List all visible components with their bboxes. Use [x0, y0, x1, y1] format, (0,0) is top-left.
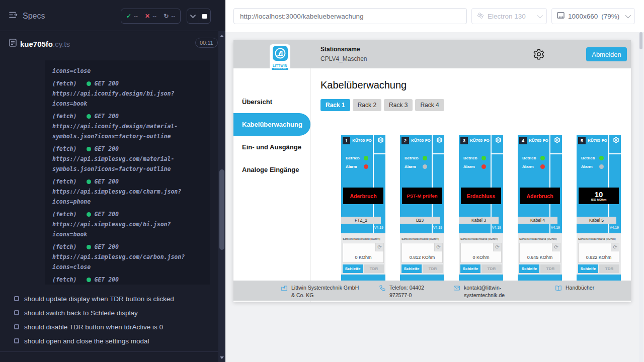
device-gear-button[interactable]: [377, 137, 384, 145]
schleife-button[interactable]: Schleife: [519, 264, 539, 273]
measurement-value: 0 KOhm: [461, 255, 501, 260]
device-number-badge: 5: [578, 137, 586, 144]
device-panel: 5 KÜ705-FO Betrieb Alarm 10: [577, 135, 621, 233]
browser-select[interactable]: Electron 130: [471, 8, 547, 24]
test-state-icon: [14, 338, 19, 343]
schleife-button[interactable]: Schleife: [401, 264, 422, 273]
schleife-button[interactable]: Schleife: [343, 264, 363, 273]
alarm-led: [481, 164, 486, 169]
log-entry[interactable]: (fetch)GET 200 https://api.iconify.desig…: [52, 111, 203, 141]
scrollbar-thumb[interactable]: [219, 169, 224, 250]
stat-passed: ✓--: [126, 13, 138, 20]
device-model: KÜ705-FO: [587, 138, 608, 143]
stop-button[interactable]: [199, 9, 211, 23]
schleife-button[interactable]: Schleife: [460, 264, 480, 273]
runner-header: Specs ✓-- ✕-- ↻--: [0, 0, 218, 31]
nav-ein-und-ausgaenge[interactable]: Ein- und Ausgänge: [233, 136, 310, 158]
nav-analoge-eingaenge[interactable]: Analoge Eingänge: [233, 158, 310, 181]
spec-row[interactable]: kue705fo.cy.ts 00:11: [0, 37, 218, 57]
measurement-value: 0.812 KOhm: [402, 255, 442, 260]
measurement-value: 0.822 KOhm: [579, 255, 619, 260]
cable-name: Kabel 4: [518, 217, 557, 224]
tdr-button[interactable]: TDR: [599, 264, 619, 273]
tdr-button[interactable]: TDR: [481, 264, 502, 273]
tdr-button[interactable]: TDR: [364, 264, 384, 273]
log-entry[interactable]: icons=close: [52, 66, 203, 76]
log-entry[interactable]: (fetch)GET 200 https://api.simplesvg.com…: [52, 242, 203, 272]
spec-file-name: kue705fo.cy.ts: [20, 40, 70, 48]
preview-scrollbar[interactable]: [639, 32, 643, 362]
refresh-button[interactable]: ⟳: [434, 243, 442, 251]
phone-icon: [379, 285, 386, 292]
scrollbar-thumb[interactable]: [639, 32, 642, 49]
measurement-value: 0.645 KOhm: [520, 255, 560, 260]
stop-icon: [202, 14, 207, 19]
test-item[interactable]: should switch back to Schleife display: [0, 306, 218, 320]
footer-manuals[interactable]: Handbücher: [555, 284, 594, 301]
scroll-down-icon[interactable]: [218, 354, 225, 361]
settings-gear-button[interactable]: [533, 48, 545, 60]
device-panel: 1 KÜ705-FO Betrieb Alarm Aderbruch FTZ_2: [341, 135, 385, 233]
device-panel: 4 KÜ705-FO Betrieb Alarm Aderbruch Kabel…: [518, 135, 562, 233]
log-entry[interactable]: (fetch)GET 200 https://api.simplesvg.com…: [52, 144, 203, 174]
tab-rack-2[interactable]: Rack 2: [353, 99, 381, 111]
device-card-3: 3 KÜ705-FO Betrieb Alarm Erdschluss Kabe…: [459, 135, 503, 282]
app-main: Kabelüberwachung Rack 1 Rack 2 Rack 3 Ra…: [311, 68, 631, 302]
refresh-button[interactable]: ⟳: [552, 243, 560, 251]
runner-scrollbar[interactable]: [218, 31, 225, 362]
firmware-version: V4.19: [374, 226, 383, 229]
betrieb-led: [481, 156, 486, 160]
refresh-button[interactable]: ⟳: [493, 243, 501, 251]
firmware-version: V4.19: [433, 226, 442, 229]
measurement-panel: Schleifenwiderstand [kOhm] ⟳ 0 KOhm Schl…: [459, 233, 503, 275]
measurement-panel: Schleifenwiderstand [kOhm] ⟳ 0.812 KOhm …: [400, 233, 444, 275]
app-sidebar: Übersicht Kabelüberwachung Ein- und Ausg…: [233, 68, 311, 302]
specs-menu-button[interactable]: Specs: [9, 11, 45, 21]
tab-rack-4[interactable]: Rack 4: [415, 99, 444, 111]
betrieb-led: [364, 156, 368, 160]
log-entry[interactable]: (fetch)GET 200 https://api.simplesvg.com…: [52, 209, 203, 239]
log-entry[interactable]: (fetch)GET 200 https://api.iconify.desig…: [52, 78, 203, 109]
nav-uebersicht[interactable]: Übersicht: [233, 90, 310, 113]
collapse-button[interactable]: [187, 9, 199, 23]
log-entry[interactable]: (fetch)GET 200 https://api.simplesvg.com…: [52, 176, 203, 207]
littwin-logo: LITTWIN SYSTEMTECHNIK: [270, 44, 290, 71]
device-panel: 2 KÜ705-FO Betrieb Alarm PST-M prüfen B2…: [400, 135, 444, 233]
schleife-button[interactable]: Schleife: [578, 264, 598, 273]
test-state-icon: [14, 310, 19, 315]
logo-wordmark: LITTWIN: [273, 64, 287, 67]
chevron-down-icon: [625, 13, 631, 18]
device-gear-button[interactable]: [436, 137, 443, 145]
tab-rack-1[interactable]: Rack 1: [320, 99, 350, 111]
logout-button[interactable]: Abmelden: [586, 47, 627, 61]
spec-file-icon: [9, 39, 17, 49]
device-display: Erdschluss: [461, 188, 501, 204]
test-item[interactable]: should open and close the settings modal: [0, 334, 218, 348]
tab-rack-3[interactable]: Rack 3: [384, 99, 413, 111]
log-entry[interactable]: (fetch)GET 200 https://api.simplesvg.com…: [52, 275, 203, 285]
firmware-version: V4.19: [551, 226, 560, 229]
screen: Specs ✓-- ✕-- ↻-- kue705fo.: [0, 0, 644, 362]
tdr-button[interactable]: TDR: [540, 264, 560, 273]
device-gear-button[interactable]: [613, 137, 619, 145]
scroll-up-icon[interactable]: [218, 32, 225, 39]
nav-kabelueberwachung[interactable]: Kabelüberwachung: [233, 113, 310, 136]
measurement-label: Schleifenwiderstand [kOhm]: [460, 237, 498, 240]
refresh-button[interactable]: ⟳: [611, 243, 619, 251]
logo-subtitle: SYSTEMTECHNIK: [272, 68, 288, 70]
refresh-button[interactable]: ⟳: [375, 243, 383, 251]
device-gear-button[interactable]: [554, 137, 560, 145]
device-number-badge: 2: [401, 137, 409, 144]
tdr-button[interactable]: TDR: [423, 264, 443, 273]
device-display: Aderbruch: [343, 188, 383, 204]
station-info: Stationsname CPLV4_Maschen: [320, 46, 367, 62]
device-gear-button[interactable]: [495, 137, 502, 145]
check-icon: ✓: [126, 13, 131, 20]
url-input[interactable]: [233, 8, 467, 24]
measurement-display: ⟳ 0 KOhm: [460, 243, 502, 263]
test-item[interactable]: should update display when TDR button is…: [0, 292, 218, 306]
device-display: Aderbruch: [520, 188, 560, 204]
test-item[interactable]: should disable TDR button when tdrActive…: [0, 320, 218, 334]
viewport-select[interactable]: 1000x660 (79%): [551, 8, 635, 24]
pending-tests-list: should update display when TDR button is…: [0, 292, 218, 348]
